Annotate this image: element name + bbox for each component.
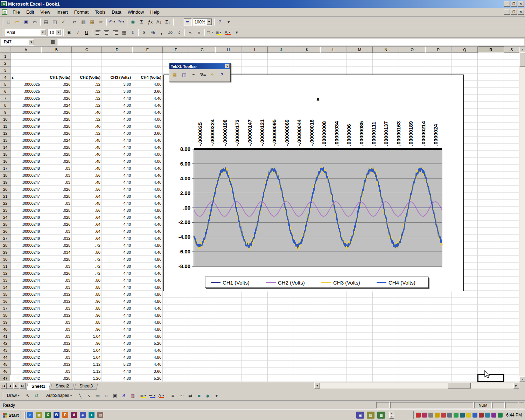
cell-D46[interactable]: -4.40 (102, 368, 132, 375)
cell-C6[interactable]: -.32 (72, 88, 102, 95)
dash-style-icon[interactable]: ⋯ (177, 392, 186, 399)
cell-Q41[interactable] (451, 333, 478, 340)
cell-K36[interactable] (294, 298, 320, 305)
taskbar-spinner[interactable]: ▲▼ (389, 412, 394, 419)
cell-E23[interactable]: -4.80 (132, 207, 163, 214)
cell-I38[interactable] (241, 312, 268, 319)
cell-N42[interactable] (373, 340, 399, 347)
cell-K3[interactable] (294, 67, 320, 74)
cell-S4[interactable] (504, 74, 519, 81)
cell-R2[interactable] (478, 60, 504, 67)
cell-N1[interactable] (373, 53, 399, 60)
cell-A45[interactable]: -.00000242 (10, 361, 41, 368)
row-header-35[interactable]: 35 (0, 291, 10, 298)
cell-O42[interactable] (399, 340, 425, 347)
print-preview-icon[interactable]: ◫ (51, 18, 59, 26)
cell-R24[interactable] (478, 214, 504, 221)
cell-A35[interactable]: -.00000244 (10, 291, 41, 298)
name-box[interactable]: R47 ▼ (1, 39, 34, 46)
cell-C29[interactable]: -.80 (72, 249, 102, 256)
cell-C10[interactable]: -.32 (72, 116, 102, 123)
cell-A43[interactable]: -.00000242 (10, 347, 41, 354)
fill-color-icon[interactable]: ◙▾ (140, 392, 148, 399)
row-header-13[interactable]: 13 (0, 137, 10, 144)
cell-H37[interactable] (215, 305, 241, 312)
cell-K45[interactable] (294, 361, 320, 368)
cell-C12[interactable]: -.32 (72, 130, 102, 137)
column-header-O[interactable]: O (399, 47, 425, 53)
cell-C11[interactable]: -.40 (72, 123, 102, 130)
drawing-icon[interactable]: ✒ (184, 18, 192, 26)
cell-G45[interactable] (189, 361, 215, 368)
row-header-47[interactable]: 47 (0, 375, 10, 382)
more-buttons-icon[interactable]: ▾ (233, 29, 241, 36)
cell-R20[interactable] (478, 186, 504, 193)
row-header-4[interactable]: 4 (0, 74, 10, 81)
cell-D2[interactable] (102, 60, 132, 67)
cell-C1[interactable] (72, 53, 102, 60)
cell-O35[interactable] (399, 291, 425, 298)
cell-O44[interactable] (399, 354, 425, 361)
cell-B18[interactable]: -.03 (41, 172, 72, 179)
tab-nav-3[interactable]: ▶| (20, 383, 26, 389)
column-header-F[interactable]: F (163, 47, 189, 53)
cell-S47[interactable] (504, 375, 519, 382)
cell-B36[interactable]: -.032 (41, 298, 72, 305)
cell-E15[interactable]: -4.00 (132, 151, 163, 158)
cell-A44[interactable]: -.00000242 (10, 354, 41, 361)
row-header-19[interactable]: 19 (0, 179, 10, 186)
cell-A6[interactable]: -.0000025 (10, 88, 41, 95)
formula-edit-icon[interactable] (51, 40, 55, 44)
column-header-D[interactable]: D (102, 47, 132, 53)
open-icon[interactable]: ▭ (13, 18, 21, 26)
cell-B40[interactable]: -.03 (41, 326, 72, 333)
cell-A7[interactable]: -.0000025 (10, 95, 41, 102)
cell-D26[interactable]: -4.80 (102, 228, 132, 235)
cell-P46[interactable] (425, 368, 451, 375)
cell-L41[interactable] (320, 333, 346, 340)
cell-D43[interactable]: -4.80 (102, 347, 132, 354)
line-style-icon[interactable]: ≡ (169, 392, 177, 399)
row-header-16[interactable]: 16 (0, 158, 10, 165)
cell-A2[interactable] (10, 60, 41, 67)
cell-E41[interactable]: -4.80 (132, 333, 163, 340)
cell-A20[interactable]: -.00000247 (10, 186, 41, 193)
cell-G43[interactable] (189, 347, 215, 354)
cell-B10[interactable]: -.028 (41, 116, 72, 123)
doc-minimize-icon[interactable]: _ (504, 9, 510, 15)
doc-restore-icon[interactable]: ❐ (511, 9, 517, 15)
cell-D13[interactable]: -4.40 (102, 137, 132, 144)
cell-A1[interactable] (10, 53, 41, 60)
cell-B23[interactable]: -.028 (41, 207, 72, 214)
cell-M37[interactable] (346, 305, 373, 312)
cell-D32[interactable]: -4.40 (102, 270, 132, 277)
cell-G39[interactable] (189, 319, 215, 326)
cell-D36[interactable]: -4.80 (102, 298, 132, 305)
cell-F35[interactable] (163, 291, 189, 298)
cell-S17[interactable] (504, 165, 519, 172)
cell-C7[interactable]: -.32 (72, 95, 102, 102)
fill-color-icon[interactable]: ◙▾ (215, 29, 223, 36)
cell-C13[interactable]: -.48 (72, 137, 102, 144)
cell-K41[interactable] (294, 333, 320, 340)
cell-N46[interactable] (373, 368, 399, 375)
cell-R16[interactable] (478, 158, 504, 165)
tray-icon-11[interactable] (479, 413, 484, 418)
cell-K47[interactable] (294, 375, 320, 382)
cell-N43[interactable] (373, 347, 399, 354)
cell-A19[interactable]: -.00000247 (10, 179, 41, 186)
row-header-12[interactable]: 12 (0, 130, 10, 137)
tray-icon-7[interactable] (454, 413, 458, 418)
cell-A27[interactable]: -.00000246 (10, 235, 41, 242)
cell-M41[interactable] (346, 333, 373, 340)
cell-R38[interactable] (478, 312, 504, 319)
cell-D45[interactable]: -5.20 (102, 361, 132, 368)
oval-icon[interactable]: ○ (102, 392, 110, 399)
paste-icon[interactable]: ▦ (88, 18, 96, 26)
autosum-icon[interactable]: Σ (138, 18, 146, 26)
column-header-S[interactable]: S (504, 47, 519, 53)
cell-M47[interactable] (346, 375, 373, 382)
bold-icon[interactable]: B (65, 29, 73, 36)
cell-D29[interactable]: -4.80 (102, 249, 132, 256)
cell-D23[interactable]: -4.80 (102, 207, 132, 214)
